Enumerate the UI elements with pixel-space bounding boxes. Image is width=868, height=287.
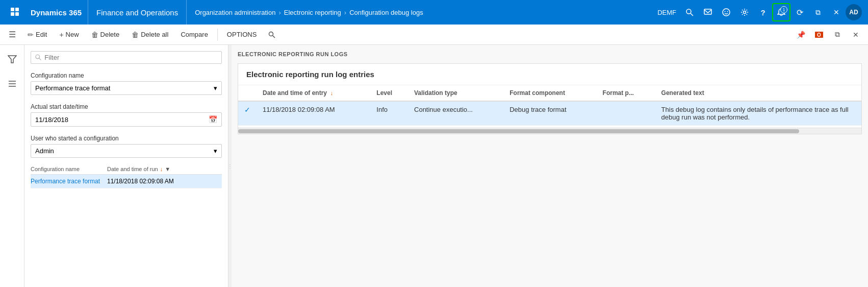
th-check [238, 85, 257, 101]
svg-rect-0 [11, 8, 14, 11]
grid-col-config: Configuration name [31, 166, 107, 172]
delete-all-label: Delete all [141, 31, 168, 38]
content-card: Electronic reporting run log entries Dat… [238, 63, 862, 134]
top-navigation: Dynamics 365 Finance and Operations Orga… [0, 0, 868, 25]
office-button[interactable]: O [811, 27, 827, 43]
row-level: Info [370, 101, 408, 126]
notification-badge: 1 [780, 6, 787, 13]
svg-line-20 [39, 58, 41, 60]
th-sort-icon[interactable]: ↓ [330, 90, 333, 96]
compare-label: Compare [181, 31, 208, 38]
sort-icon[interactable]: ↓ [160, 166, 163, 172]
th-level: Level [370, 85, 408, 101]
filter-input[interactable] [44, 54, 217, 61]
new-icon: + [59, 31, 63, 39]
delete-button[interactable]: 🗑 Delete [86, 29, 125, 41]
scrollbar-thumb[interactable] [238, 129, 799, 133]
user-group: User who started a configuration Admin ▾ [31, 135, 222, 158]
filter-grid-row[interactable]: Performance trace format 11/18/2018 02:0… [31, 175, 222, 188]
actual-start-input[interactable]: 📅 [31, 112, 222, 127]
card-title: Electronic reporting run log entries [246, 70, 853, 79]
edit-icon: ✏ [28, 31, 34, 39]
filter-sidebar-icon[interactable] [2, 49, 22, 69]
smiley-button[interactable] [717, 3, 735, 21]
compare-button[interactable]: Compare [175, 29, 213, 40]
section-label: ELECTRONIC REPORTING RUN LOGS [238, 51, 862, 57]
row-format-component: Debug trace format [503, 101, 596, 126]
th-generated: Generated text [655, 85, 861, 101]
settings-button[interactable] [735, 3, 754, 21]
delete-label: Delete [100, 31, 120, 38]
options-button[interactable]: OPTIONS [222, 29, 262, 40]
new-label: New [66, 31, 79, 38]
fullscreen-button[interactable]: ⧉ [829, 27, 846, 43]
breadcrumb-org[interactable]: Organization administration [195, 9, 275, 16]
svg-marker-15 [8, 56, 16, 63]
filter-row-config: Performance trace format [31, 178, 107, 185]
actual-start-label: Actual start date/time [31, 103, 222, 110]
message-button[interactable] [699, 3, 717, 21]
help-button[interactable]: ? [754, 3, 772, 21]
breadcrumb-sep2: › [344, 9, 346, 16]
close-nav-button[interactable]: ✕ [827, 3, 846, 21]
new-button[interactable]: + New [54, 29, 84, 41]
toolbar-right-icons: 📌 O ⧉ ✕ [793, 27, 864, 43]
calendar-icon[interactable]: 📅 [209, 115, 217, 124]
brand-finance: Finance and Operations [88, 0, 187, 25]
grid-date-label: Date and time of run [107, 166, 158, 172]
toolbar-separator [217, 29, 218, 41]
refresh-button[interactable]: ⟳ [790, 3, 809, 21]
svg-point-4 [686, 9, 691, 14]
svg-line-12 [273, 35, 275, 38]
row-generated-text: This debug log contains only details of … [655, 101, 861, 126]
user-value: Admin [35, 147, 54, 155]
toolbar-search-button[interactable] [264, 27, 280, 43]
grid-filter-icon[interactable]: ▼ [165, 166, 170, 172]
svg-point-19 [36, 55, 40, 59]
svg-rect-6 [704, 9, 711, 14]
th-format-component: Format component [503, 85, 596, 101]
row-check: ✓ [238, 101, 257, 126]
user-label: User who started a configuration [31, 135, 222, 142]
filter-panel: Configuration name Performance trace for… [24, 45, 228, 287]
svg-line-5 [691, 13, 693, 16]
config-name-label: Configuration name [31, 72, 222, 79]
breadcrumb-debug[interactable]: Configuration debug logs [349, 9, 423, 16]
chevron-down-icon: ▾ [214, 84, 217, 92]
log-entries-table: Date and time of entry ↓ Level Validatio… [238, 85, 861, 126]
svg-rect-1 [15, 8, 19, 11]
actual-start-field[interactable] [35, 116, 209, 124]
notification-button[interactable]: 1 [772, 3, 790, 21]
svg-rect-2 [11, 12, 14, 16]
breadcrumb: Organization administration › Electronic… [187, 9, 657, 16]
row-format-p [597, 101, 655, 126]
user-dropdown[interactable]: Admin ▾ [31, 144, 222, 158]
app-grid-button[interactable] [6, 3, 24, 21]
edit-button[interactable]: ✏ Edit [22, 29, 52, 41]
environment-label: DEMF [657, 9, 676, 16]
th-format-p: Format p... [597, 85, 655, 101]
popout-button[interactable]: ⧉ [809, 3, 827, 21]
table-header-row: Date and time of entry ↓ Level Validatio… [238, 85, 861, 101]
delete-all-button[interactable]: 🗑 Delete all [126, 29, 173, 41]
config-name-value: Performance trace format [35, 84, 110, 92]
horizontal-scrollbar[interactable] [238, 128, 861, 134]
config-name-group: Configuration name Performance trace for… [31, 72, 222, 95]
th-datetime: Date and time of entry ↓ [257, 85, 370, 101]
row-datetime: 11/18/2018 02:09:08 AM [257, 101, 370, 126]
left-sidebar [0, 45, 24, 287]
config-name-dropdown[interactable]: Performance trace format ▾ [31, 81, 222, 95]
svg-point-8 [725, 11, 726, 12]
breadcrumb-er[interactable]: Electronic reporting [284, 9, 341, 16]
pin-button[interactable]: 📌 [793, 27, 809, 43]
user-avatar[interactable]: AD [846, 4, 862, 20]
hamburger-menu-button[interactable]: ☰ [4, 27, 20, 43]
card-header: Electronic reporting run log entries [238, 64, 861, 85]
search-nav-button[interactable] [680, 3, 699, 21]
list-sidebar-icon[interactable] [2, 74, 22, 94]
checkmark-icon: ✓ [244, 106, 250, 114]
filter-search-box[interactable] [31, 51, 222, 64]
table-row[interactable]: ✓ 11/18/2018 02:09:08 AM Info Continue e… [238, 101, 861, 126]
close-content-button[interactable]: ✕ [848, 27, 864, 43]
svg-rect-3 [15, 12, 19, 16]
